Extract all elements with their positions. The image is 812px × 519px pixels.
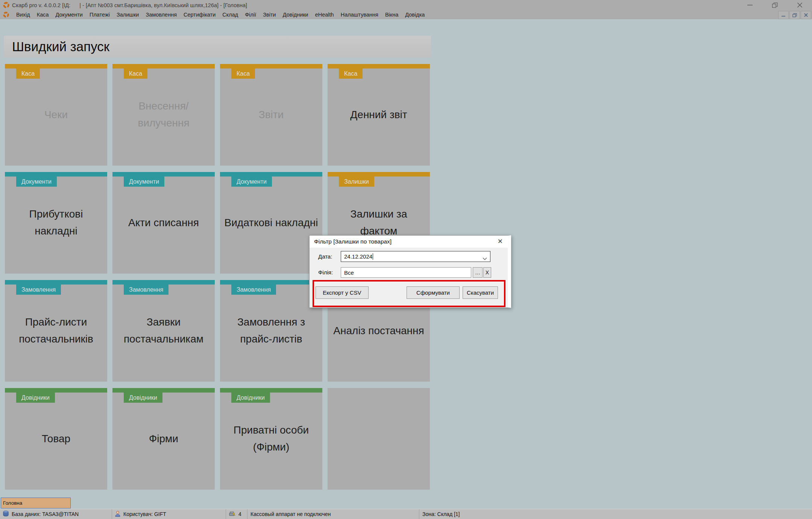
window-controls (738, 0, 812, 10)
window-title: Скарб pro v. 4.0.0.2 [ІД: | - [Апт №003 … (12, 2, 247, 8)
branch-input[interactable]: Все (341, 267, 471, 278)
menu-item-13[interactable]: Вікна (382, 11, 402, 18)
tile-label: Денний звіт (328, 64, 430, 166)
mdi-close-icon[interactable] (801, 11, 811, 19)
text-caret (373, 253, 373, 260)
menu-item-4[interactable]: Залишки (113, 11, 142, 18)
branch-label: Філія: (318, 269, 333, 275)
minimize-icon[interactable] (738, 0, 762, 10)
tile-label: Приватні особи (Фірми) (220, 388, 322, 490)
tile-label: Внесення/вилучення (112, 64, 215, 166)
tile-label: Замовлення з прайс-листів (220, 280, 322, 382)
dialog-title: Фільтр [Залишки по товарах] (310, 236, 508, 248)
status-database-text: База даних: TASA3@TITAN (12, 511, 79, 517)
database-icon (3, 511, 9, 518)
quick-launch-tile-14[interactable]: ДовідникиПриватні особи (Фірми) (220, 388, 322, 490)
menu-item-5[interactable]: Замовлення (142, 11, 180, 18)
quick-launch-tile-10[interactable]: ЗамовленняЗамовлення з прайс-листів (220, 280, 322, 382)
filter-dialog: Фільтр [Залишки по товарах] ✕ Дата: 24.1… (309, 235, 511, 308)
tile-label: Видаткові накладні (220, 172, 322, 274)
menu-item-7[interactable]: Склад (219, 11, 241, 18)
status-register-count-text: 4 (238, 511, 241, 517)
quick-launch-tile-1[interactable]: КасаВнесення/вилучення (112, 64, 215, 166)
status-register-count: 4 (226, 509, 247, 519)
dialog-close-icon[interactable]: ✕ (498, 238, 503, 245)
quick-launch-tile-9[interactable]: ЗамовленняЗаявки постачальникам (112, 280, 215, 382)
date-value: 24.12.2024 (344, 253, 372, 260)
branch-browse-button[interactable]: … (473, 267, 483, 278)
date-label: Дата: (318, 253, 332, 260)
quick-launch-tile-5[interactable]: ДокументиАкти списання (112, 172, 215, 274)
status-user-text: Користувач: GIFT (123, 511, 166, 517)
quick-launch-tile-2[interactable]: КасаЗвіти (220, 64, 322, 166)
cash-register-icon (229, 511, 235, 518)
tile-label: Фірми (112, 388, 215, 490)
tile-label: Прайс-листи постачальників (5, 280, 107, 382)
empty-tile (328, 388, 430, 490)
menu-item-1[interactable]: Каса (33, 11, 52, 18)
quick-launch-tile-3[interactable]: КасаДенний звіт (328, 64, 430, 166)
quick-launch-tile-4[interactable]: ДокументиПрибуткові накладні (5, 172, 107, 274)
mdi-restore-icon[interactable] (789, 11, 800, 19)
menu-item-9[interactable]: Звіти (260, 11, 279, 18)
date-combobox[interactable]: 24.12.2024 (341, 251, 490, 262)
tile-label: Звіти (220, 64, 322, 166)
status-database: База даних: TASA3@TITAN (0, 509, 112, 519)
quick-launch-tile-13[interactable]: ДовідникиФірми (112, 388, 215, 490)
menu-bar: ВихідКасаДокументиПлатежіЗалишкиЗамовлен… (0, 10, 812, 19)
status-bar: База даних: TASA3@TITAN Користувач: GIFT… (0, 509, 812, 519)
menu-item-12[interactable]: Налаштування (337, 11, 382, 18)
menu-item-10[interactable]: Довідники (279, 11, 312, 18)
quick-launch-tile-6[interactable]: ДокументиВидаткові накладні (220, 172, 322, 274)
mdi-minimize-icon[interactable] (778, 11, 789, 19)
menu-items: ВихідКасаДокументиПлатежіЗалишкиЗамовлен… (13, 11, 428, 18)
status-user: Користувач: GIFT (112, 509, 226, 519)
close-icon[interactable] (787, 0, 812, 10)
branch-value: Все (344, 269, 354, 276)
export-csv-button[interactable]: Експорт у CSV (316, 286, 369, 299)
menu-item-6[interactable]: Сертифікати (180, 11, 219, 18)
title-bar: Скарб pro v. 4.0.0.2 [ІД: | - [Апт №003 … (0, 0, 812, 10)
tile-label: Акти списання (112, 172, 215, 274)
restore-icon[interactable] (762, 0, 787, 10)
tile-label: Заявки постачальникам (112, 280, 215, 382)
menu-item-11[interactable]: eHealth (312, 11, 337, 18)
menu-app-logo-icon (3, 12, 9, 18)
application-window: Скарб pro v. 4.0.0.2 [ІД: | - [Апт №003 … (0, 0, 812, 519)
mdi-window-controls (778, 11, 811, 19)
tile-label: Прибуткові накладні (5, 172, 107, 274)
status-zone-text: Зона: Склад [1] (422, 511, 460, 517)
status-zone: Зона: Склад [1] (419, 509, 812, 519)
menu-item-2[interactable]: Документи (52, 11, 86, 18)
page-title: Швидкий запуск (4, 36, 431, 58)
branch-clear-button[interactable]: X (483, 267, 491, 278)
app-logo-icon (3, 2, 9, 8)
generate-button[interactable]: Сформувати (407, 286, 460, 299)
tile-label: Чеки (5, 64, 107, 166)
quick-launch-tile-0[interactable]: КасаЧеки (5, 64, 107, 166)
chevron-down-icon[interactable] (483, 255, 487, 262)
menu-item-3[interactable]: Платежі (86, 11, 113, 18)
tab-home[interactable]: Головна (1, 498, 71, 508)
tile-label: Товар (5, 388, 107, 490)
quick-launch-tile-8[interactable]: ЗамовленняПрайс-листи постачальників (5, 280, 107, 382)
menu-item-0[interactable]: Вихід (13, 11, 33, 18)
quick-launch-tile-12[interactable]: ДовідникиТовар (5, 388, 107, 490)
user-icon (115, 511, 120, 518)
status-register-message-text: Кассовый аппарат не подключен (250, 511, 331, 517)
menu-item-14[interactable]: Довідка (402, 11, 428, 18)
cancel-button[interactable]: Скасувати (463, 286, 498, 299)
status-register-message: Кассовый аппарат не подключен (247, 509, 419, 519)
menu-item-8[interactable]: Філії (241, 11, 260, 18)
